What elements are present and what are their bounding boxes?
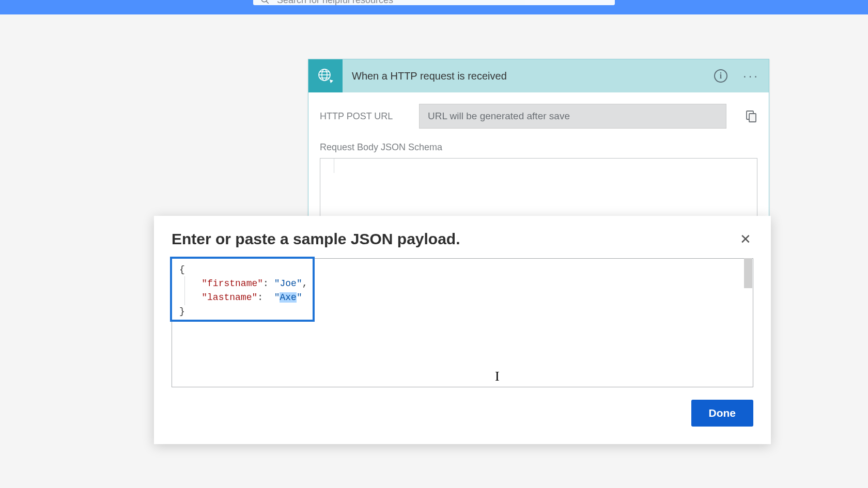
http-trigger-icon: [308, 59, 343, 92]
scrollbar-thumb[interactable]: [744, 258, 752, 288]
sample-payload-dialog: Enter or paste a sample JSON payload. ✕ …: [154, 216, 771, 444]
dialog-title: Enter or paste a sample JSON payload.: [172, 230, 738, 248]
copy-icon[interactable]: [745, 109, 757, 123]
json-payload-textarea[interactable]: { "firstname": "Joe", "lastname": "Axe" …: [172, 258, 753, 387]
info-icon[interactable]: i: [714, 69, 727, 83]
svg-rect-9: [749, 114, 756, 122]
trigger-header[interactable]: When a HTTP request is received i ···: [308, 59, 769, 92]
schema-textarea[interactable]: [320, 158, 757, 220]
svg-line-1: [266, 1, 269, 4]
search-icon: [260, 0, 270, 5]
search-input[interactable]: Search for helpful resources: [253, 0, 615, 5]
url-field: URL will be generated after save: [419, 104, 726, 129]
trigger-title: When a HTTP request is received: [352, 70, 706, 82]
svg-marker-7: [330, 80, 333, 83]
more-icon[interactable]: ···: [743, 70, 760, 82]
top-bar: Search for helpful resources: [0, 0, 868, 14]
trigger-body: HTTP POST URL URL will be generated afte…: [308, 92, 769, 235]
close-icon[interactable]: ✕: [738, 230, 753, 248]
trigger-card: When a HTTP request is received i ··· HT…: [308, 59, 769, 236]
done-button[interactable]: Done: [691, 400, 754, 427]
json-code: { "firstname": "Joe", "lastname": "Axe" …: [179, 263, 308, 319]
url-placeholder: URL will be generated after save: [428, 111, 570, 122]
url-label: HTTP POST URL: [320, 111, 408, 122]
schema-label: Request Body JSON Schema: [320, 142, 757, 153]
search-placeholder: Search for helpful resources: [277, 0, 393, 5]
